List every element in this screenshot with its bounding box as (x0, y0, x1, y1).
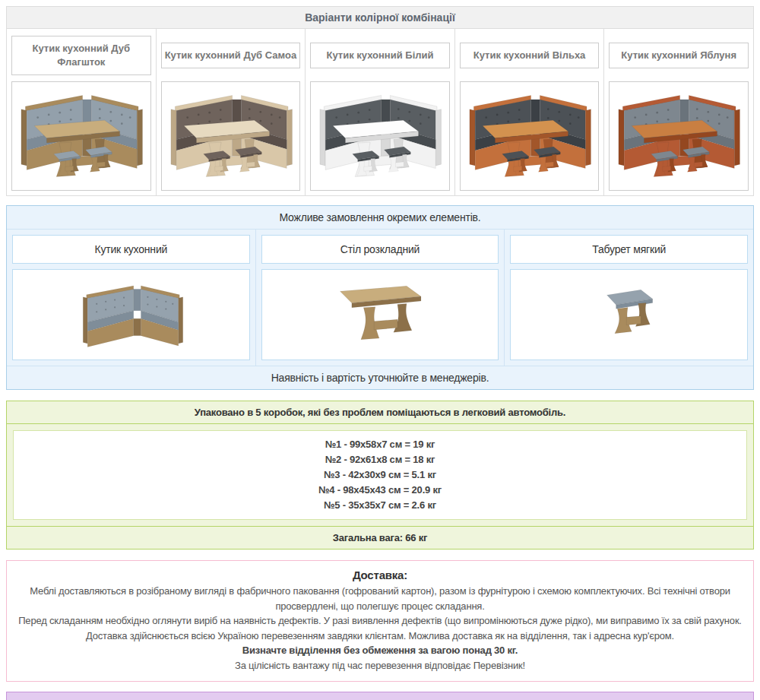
product-image-link[interactable] (460, 81, 600, 191)
delivery-section: Доставка: Меблі доставляються в розібран… (6, 560, 754, 682)
packing-box-list: №1 - 99х58х7 см = 19 кг №2 - 92х61х8 см … (13, 430, 747, 520)
element-card: Стіл розкладний (256, 230, 505, 366)
kitchen-set-illustration (12, 84, 150, 188)
product-info-page: { "theme": { "header_bg": "#f1f1f1", "bl… (6, 6, 754, 700)
packing-box-line: №3 - 42х30х9 см = 5.1 кг (14, 467, 746, 483)
color-variants-section: Варіанти колірної комбінації Кутик кухон… (6, 6, 754, 196)
product-card: Кутик кухонний Вільха (455, 29, 605, 195)
packing-box-line: №5 - 35х35х7 см = 2.6 кг (14, 498, 746, 513)
packing-title: Упаковано в 5 коробок, які без проблем п… (7, 401, 753, 424)
delivery-title: Доставка: (14, 569, 746, 581)
element-card: Кутик кухонний (7, 230, 256, 366)
product-title-link[interactable]: Кутик кухонний Дуб Флагшток (11, 36, 151, 74)
folding-table-illustration (304, 272, 456, 357)
element-title-link[interactable]: Кутик кухонний (12, 235, 250, 264)
product-title-link[interactable]: Кутик кухонний Білий (310, 43, 450, 68)
kitchen-set-illustration (162, 84, 300, 188)
product-title-link[interactable]: Кутик кухонний Вільха (460, 43, 600, 68)
product-card: Кутик кухонний Дуб Флагшток (7, 29, 157, 195)
packing-box-line: №4 - 98х45х43 см = 20.9 кг (14, 483, 746, 498)
elements-section-title: Можливе замовлення окремих елементів. (7, 206, 753, 230)
packing-box-line: №1 - 99х58х7 см = 19 кг (14, 437, 746, 452)
element-image-link[interactable] (261, 269, 499, 360)
color-variants-title: Варіанти колірної комбінації (7, 7, 753, 29)
element-title-link[interactable]: Табурет мягкий (510, 235, 748, 264)
contact-banner[interactable]: Залишилися питання? Напишіть нам. (6, 692, 754, 700)
element-image-link[interactable] (510, 269, 748, 360)
stool-illustration (553, 272, 705, 357)
product-image-link[interactable] (11, 81, 151, 191)
product-image-link[interactable] (310, 81, 450, 191)
packing-total-weight: Загальна вага: 66 кг (7, 526, 753, 549)
product-card: Кутик кухонний Білий (306, 29, 455, 195)
product-card: Кутик кухонний Яблуня (604, 29, 753, 195)
product-title-link[interactable]: Кутик кухонний Яблуня (609, 43, 749, 68)
kitchen-set-illustration (311, 84, 449, 188)
element-card: Табурет мягкий (505, 230, 753, 366)
kitchen-set-illustration (461, 84, 599, 188)
delivery-footnote: За цілісність вантажу під час перевезенн… (14, 658, 746, 673)
elements-section-footer: Наявність і вартість уточнюйте в менедже… (7, 366, 753, 389)
kitchen-set-illustration (610, 84, 748, 188)
product-grid: Кутик кухонний Дуб Флагшток Кутик кухонн… (7, 29, 753, 195)
elements-grid: Кутик кухонний Стіл розкладний Табурет м… (7, 230, 753, 366)
element-image-link[interactable] (12, 269, 250, 360)
packing-box-line: №2 - 92х61х8 см = 18 кг (14, 452, 746, 467)
delivery-bold-note: Визначте відділення без обмеження за ваг… (14, 643, 746, 658)
product-card: Кутик кухонний Дуб Самоа (157, 29, 306, 195)
delivery-paragraph: Доставка здійснюється всією Україною пер… (14, 629, 746, 644)
delivery-paragraph: Перед складанням необхідно оглянути вирі… (14, 613, 746, 629)
individual-elements-section: Можливе замовлення окремих елементів. Ку… (6, 205, 754, 390)
element-title-link[interactable]: Стіл розкладний (261, 235, 499, 264)
product-title-link[interactable]: Кутик кухонний Дуб Самоа (161, 43, 301, 68)
delivery-paragraph: Меблі доставляються в розібраному вигляд… (14, 584, 746, 613)
corner-bench-illustration (55, 272, 207, 357)
product-image-link[interactable] (161, 81, 301, 191)
product-image-link[interactable] (609, 81, 749, 191)
packing-section: Упаковано в 5 коробок, які без проблем п… (6, 401, 754, 550)
